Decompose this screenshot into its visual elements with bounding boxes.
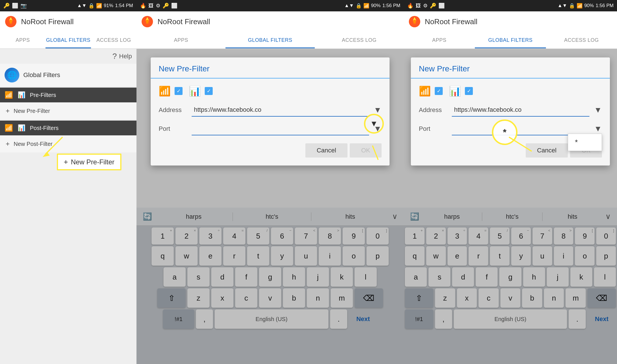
post-filters-bar: 📶 📊 Post-Filters [0, 121, 136, 135]
panel-dialog-2: 🔥 🖼 ⚙ 🔑 ⬜ ▲▼ 🔒 📶 90% 1:56 PM NoRoot Fire… [404, 0, 617, 364]
dialog-body-2: 📶 ✓ 📊 ✓ Address ▼ Port ▼ [151, 78, 390, 166]
time-3: 1:56 PM [596, 3, 614, 9]
address-input-3[interactable] [452, 104, 589, 117]
app-icon-3 [408, 15, 421, 28]
port-dropdown-3[interactable]: ▼ [594, 124, 602, 133]
battery-text: 91% [104, 3, 113, 9]
ok-button-2[interactable]: OK [350, 143, 382, 158]
wifi-checkbox-3[interactable]: ✓ [435, 87, 443, 95]
new-pre-filter-item[interactable]: + New Pre-Filter [0, 102, 136, 119]
global-filters-label: Global Filters [23, 71, 60, 79]
key-icon: 🔑 [3, 3, 10, 9]
dialog-icons-row-3: 📶 ✓ 📊 ✓ [419, 85, 602, 97]
address-dropdown-3[interactable]: ▼ [594, 106, 602, 115]
highlight-plus-icon: + [64, 158, 68, 166]
app-header-3: NoRoot Firewall [404, 11, 617, 32]
status-bar-3: 🔥 🖼 ⚙ 🔑 ⬜ ▲▼ 🔒 📶 90% 1:56 PM [404, 0, 617, 11]
tab-access-log[interactable]: ACCESS LOG [91, 32, 136, 48]
tab-access-log-2[interactable]: ACCESS LOG [315, 32, 404, 48]
tab-global-filters-2[interactable]: GLOBAL FILTERS [225, 32, 314, 48]
pre-filters-bar: 📶 📊 Pre-Filters [0, 88, 136, 102]
wifi-3: ▲▼ [558, 3, 567, 9]
image-icon-2: 🖼 [148, 3, 154, 9]
port-option-asterisk[interactable]: * [568, 134, 602, 151]
address-input-2[interactable] [192, 104, 369, 117]
fire-icon-3: 🔥 [407, 3, 413, 9]
port-dropdown-menu-3: * [568, 134, 602, 151]
signal-postfilter-icon: 📊 [18, 124, 25, 132]
app-title-2: NoRoot Firewall [158, 17, 210, 26]
pre-filters-section: 📶 📊 Pre-Filters + New Pre-Filter [0, 88, 136, 119]
signal-dialog-icon-2: 📊 [189, 85, 201, 97]
tab-global-filters[interactable]: GLOBAL FILTERS [45, 32, 91, 48]
help-area: ? Help [0, 49, 136, 64]
app-title-1: NoRoot Firewall [21, 17, 74, 26]
wifi-status-2: ▲▼ [344, 3, 354, 9]
status-bar-2: 🔥 🖼 ⚙ 🔑 ⬜ ▲▼ 🔒 📶 90% 1:56 PM [136, 0, 404, 11]
screen-icon-3: ⬜ [438, 3, 445, 9]
dialog-title-3: New Pre-Filter [411, 57, 610, 78]
port-row-2: Port ▼ ▼ [159, 122, 382, 135]
port-dropdown-arrow-2[interactable]: ▼ [374, 124, 382, 133]
address-label-2: Address [159, 106, 187, 114]
time-2: 1:56 PM [382, 3, 400, 9]
image-icon-3: 🖼 [416, 3, 421, 9]
new-post-filter-item[interactable]: + New Post-Filter [0, 135, 136, 152]
dialog-icons-row-2: 📶 ✓ 📊 ✓ [159, 85, 382, 97]
port-input-2[interactable] [192, 122, 369, 135]
dialog-title-2: New Pre-Filter [151, 57, 390, 78]
plus-icon-postfilter: + [6, 140, 10, 148]
status-left-3: 🔥 🖼 ⚙ 🔑 ⬜ [407, 3, 445, 9]
highlight-label: New Pre-Filter [71, 158, 114, 166]
signal-3: 📶 [577, 3, 583, 9]
tab-global-filters-3[interactable]: GLOBAL FILTERS [475, 32, 546, 48]
app-header-1: NoRoot Firewall [0, 11, 136, 32]
pre-filters-title: Pre-Filters [30, 92, 56, 98]
help-question-icon: ? [112, 52, 117, 61]
tab-apps-3[interactable]: APPS [404, 32, 475, 48]
panel-main: 🔑 ⬜ 📷 ▲▼ 🔒 📶 91% 1:54 PM NoRoot Firewall… [0, 0, 136, 364]
shield-2: 🔒 [356, 3, 362, 9]
dialog-body-3: 📶 ✓ 📊 ✓ Address ▼ Port ▼ [411, 78, 610, 166]
status-icons-left: 🔑 ⬜ 📷 [3, 3, 27, 9]
tab-bar-3: APPS GLOBAL FILTERS ACCESS LOG [404, 32, 617, 49]
panel-dialog-1: 🔥 🖼 ⚙ 🔑 ⬜ ▲▼ 🔒 📶 90% 1:56 PM NoRoot Fire… [136, 0, 404, 364]
signal-prefilter-icon: 📊 [18, 91, 25, 99]
port-label-2: Port [159, 125, 187, 133]
cancel-button-3[interactable]: Cancel [526, 143, 568, 158]
cancel-button-2[interactable]: Cancel [305, 143, 347, 158]
time-text: 1:54 PM [115, 3, 133, 9]
status-right-3: ▲▼ 🔒 📶 90% 1:56 PM [558, 3, 614, 9]
address-row-3: Address ▼ [419, 104, 602, 117]
app-icon-2 [141, 15, 154, 28]
app-title-3: NoRoot Firewall [425, 17, 477, 26]
global-filters-row[interactable]: 🌐 Global Filters [0, 64, 136, 86]
new-post-filter-label: New Post-Filter [14, 141, 53, 147]
tab-access-log-3[interactable]: ACCESS LOG [546, 32, 617, 48]
plus-icon-prefilter: + [6, 107, 10, 115]
address-row-2: Address ▼ [159, 104, 382, 117]
signal-2: 📶 [363, 3, 369, 9]
highlight-box: + New Pre-Filter [57, 154, 121, 170]
tab-apps-2[interactable]: APPS [136, 32, 225, 48]
dialog-buttons-2: Cancel OK [159, 141, 382, 159]
signal-checkbox-3[interactable]: ✓ [465, 87, 473, 95]
key-icon-3: 🔑 [430, 3, 436, 9]
screen-icon: ⬜ [12, 3, 18, 9]
wifi-postfilter-icon: 📶 [5, 124, 13, 132]
tab-bar-2: APPS GLOBAL FILTERS ACCESS LOG [136, 32, 404, 49]
signal-checkbox-2[interactable]: ✓ [205, 87, 213, 95]
fire-icon-2: 🔥 [140, 3, 146, 9]
dialog-new-prefilter-2: New Pre-Filter 📶 ✓ 📊 ✓ Address ▼ Port [151, 57, 390, 166]
status-bar-1: 🔑 ⬜ 📷 ▲▼ 🔒 📶 91% 1:54 PM [0, 0, 136, 11]
battery-2: 90% [371, 3, 381, 9]
signal-status-icon: 📶 [96, 3, 102, 9]
svg-marker-4 [43, 152, 50, 157]
port-label-3: Port [419, 125, 447, 133]
tab-apps[interactable]: APPS [0, 32, 45, 48]
address-dropdown-arrow-2[interactable]: ▼ [374, 106, 382, 115]
wifi-checkbox-2[interactable]: ✓ [175, 87, 183, 95]
wifi-dialog-3: 📶 [419, 85, 431, 97]
status-right-2: ▲▼ 🔒 📶 90% 1:56 PM [344, 3, 400, 9]
dialog-overlay-3: New Pre-Filter 📶 ✓ 📊 ✓ Address ▼ Port [404, 49, 617, 364]
